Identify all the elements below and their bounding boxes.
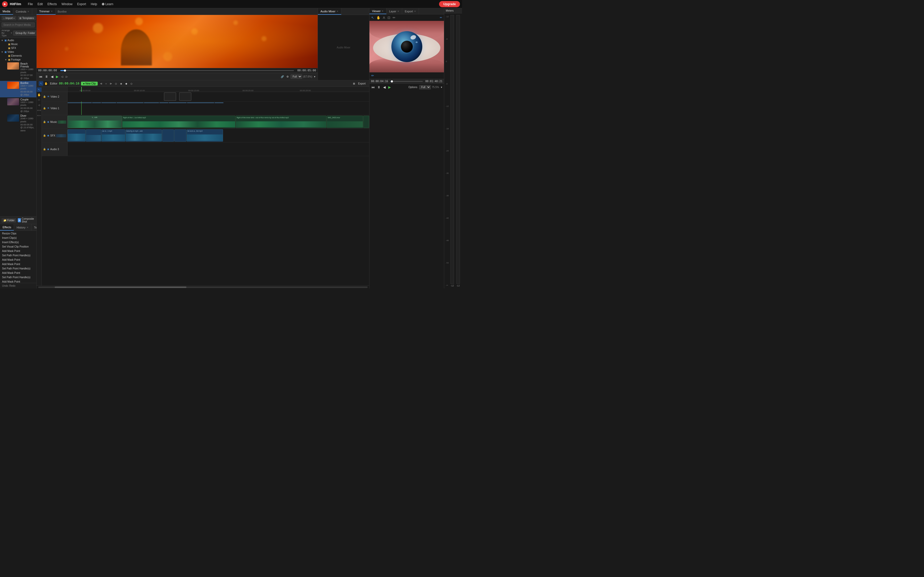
redo-button[interactable]: Redo [9,284,16,287]
footage-diver[interactable]: Diver 2048 × 1080 pixels 00:00:05:00 @ 2… [0,114,36,133]
sfx-clip-1[interactable] [68,129,86,142]
track-audio3-solo[interactable]: ◉ [47,148,50,151]
track-sfx-lock[interactable]: 🔒 [43,134,46,137]
clip-v2-2[interactable] [179,92,191,101]
editor-marker-2[interactable]: ◈ [120,82,123,85]
track-video2-vis[interactable]: 👁 [47,95,50,98]
transport-back-frame[interactable]: ⏸ [44,74,49,79]
undo-button[interactable]: Undo [2,284,8,287]
track-ripple-tool[interactable]: ⊲ [37,103,42,107]
trim-scrub-bar[interactable] [60,70,294,71]
sfx-clip-6[interactable] [174,129,186,142]
tab-viewer[interactable]: Viewer ✕ [370,8,386,14]
new-clip-button[interactable]: ● New Clip [81,82,98,85]
sfx-clip-5[interactable] [162,129,174,142]
track-video1-vis[interactable]: 👁 [47,106,50,110]
tab-history[interactable]: History ✕ [14,224,31,230]
sfx-clip-7[interactable]: tel-aviv-a...list.mp3 [187,129,223,142]
viewer-text-tool[interactable]: A [382,15,386,20]
viewer-step-back[interactable]: ⏮ [370,85,375,90]
music-clip-5[interactable] [363,116,369,128]
clip-v2-1[interactable] [164,92,176,101]
ruler-ticks-area[interactable]: 00:00:05:00 00:00:10:00 00:00:15:00 00:0… [68,87,369,92]
track-slip-tool[interactable]: ⟺ [37,108,42,113]
track-music-content[interactable]: o...ade flight-of-the-i...lux Artlist.mp… [68,115,369,129]
timeline-scroll-thumb[interactable] [55,287,186,288]
viewer-options[interactable]: Options [408,85,418,89]
editor-marker-3[interactable]: ◆ [124,82,128,85]
upgrade-button[interactable]: Upgrade [439,1,460,7]
viewer-draw-tool[interactable]: ✏ [392,15,396,20]
viewer-play-back[interactable]: ◀ [382,85,386,90]
trim-zoom-select[interactable]: Full [291,74,302,79]
effects-item-add-mask-1[interactable]: Add Mask Point [0,249,36,253]
folder-button[interactable]: 📁 Folder [2,218,16,222]
effects-item-path-handle-1[interactable]: Set Path Point Handle(s) [0,253,36,258]
history-close[interactable]: ✕ [27,226,29,229]
track-audio3-content[interactable] [68,142,369,156]
menu-effects[interactable]: Effects [45,1,59,7]
effects-item-resize[interactable]: Resize Clips [0,231,36,236]
clip-v1-eye[interactable]: Eye [92,103,101,103]
track-video2-content[interactable] [68,92,369,101]
effects-item-path-handle-3[interactable]: Set Path Point Handle(s) [0,275,36,279]
track-slide-tool[interactable]: ⟸ [37,113,42,118]
effects-item-path-handle-2[interactable]: Set Path Point Handle(s) [0,266,36,271]
editor-marker-4[interactable]: ◇ [130,82,133,85]
trimmer-close[interactable]: ✕ [51,10,53,13]
learn-button[interactable]: Learn [100,1,115,7]
clip-v1-more[interactable]: IM [215,103,223,103]
footage-bonfire[interactable]: Bonfire 1920 × 1080 pixels 00:00:05:00 @… [0,81,36,97]
audio-mixer-close[interactable]: ✕ [336,10,339,13]
effects-item-add-mask-5[interactable]: Add Mask Point [0,279,36,283]
music-clip-2[interactable]: flight-of-the-i...lux Artlist.mp3 [122,116,236,128]
tab-audio-mixer[interactable]: Audio Mixer ✕ [318,8,341,15]
select-tool[interactable]: ↖ [39,81,43,86]
footage-couple[interactable]: Couple 1920 × 1080 pixels 00:00:05:00 @ … [0,97,36,114]
viewer-play[interactable]: ▶ [388,85,392,90]
effects-item-add-mask-2[interactable]: Add Mask Point [0,258,36,262]
viewer-close[interactable]: ✕ [381,10,384,12]
viewer-scrub-head[interactable] [391,81,393,82]
sfx-clip-2[interactable] [86,129,101,142]
menu-edit[interactable]: Edit [36,1,45,7]
viewer-back-frame[interactable]: ⏸ [376,85,381,90]
trim-zoom-dropdown[interactable]: ▾ [313,75,316,79]
export-viewer-close[interactable]: ✕ [414,10,416,13]
menu-export[interactable]: Export [75,1,88,7]
controls-tab-close[interactable]: ✕ [27,10,29,13]
import-button[interactable]: ↓ Import ▾ [2,16,16,20]
clip-v1-omg[interactable]: om...ing [68,103,92,103]
track-video2-lock[interactable]: 🔒 [43,95,46,98]
menu-window[interactable]: Window [60,1,75,7]
tab-effects[interactable]: Effects [0,224,14,230]
editor-snap-right[interactable]: ⊳ [109,82,113,85]
transport-mark-out[interactable]: ▷ [65,75,69,79]
effects-item-add-mask-4[interactable]: Add Mask Point [0,271,36,275]
tree-footage[interactable]: ▼ ▣ Footage [0,58,36,61]
templates-button[interactable]: ⊞ Templates [18,16,36,20]
music-clip-4[interactable]: IMG_0403.mov [327,116,363,128]
viewer-scrub-bar[interactable] [391,81,423,82]
trim-settings[interactable]: ⚙ [286,75,289,79]
music-clip-1[interactable]: o...ade [68,116,122,128]
transport-play-back[interactable]: ◀ [50,74,54,79]
transport-play[interactable]: ▶ [55,74,59,79]
clip-v1-w2[interactable]: W...2 [101,103,116,103]
sfx-clip-4[interactable]: beachg.st.mp3...ade [126,129,162,142]
timeline-scroll-track[interactable] [38,287,368,288]
clip-v1-r2[interactable]: R...2 [116,103,144,103]
viewer-zoom-dropdown[interactable]: ▾ [440,85,443,89]
effects-item-visual-clip[interactable]: Set Visual Clip Position [0,245,36,249]
editor-share[interactable]: ⊠ [352,82,356,85]
sfx-clip-3[interactable]: car-d...t.mp3 [101,129,126,142]
tab-export-viewer[interactable]: Export ✕ [402,8,419,14]
track-audio3-lock[interactable]: 🔒 [43,148,46,151]
viewer-hand-tool[interactable]: ✋ [376,15,381,20]
export-button[interactable]: Export [357,82,367,85]
viewer-edit-tool[interactable]: ✏ [370,73,375,78]
track-video1-content[interactable]: om...ing Eye W...2 [68,102,369,115]
tree-sfx[interactable]: ▣ SFX [0,46,36,50]
track-hand-tool[interactable]: ✋ [37,92,42,97]
effects-item-insert-clip[interactable]: Insert Clip(s) [0,236,36,240]
